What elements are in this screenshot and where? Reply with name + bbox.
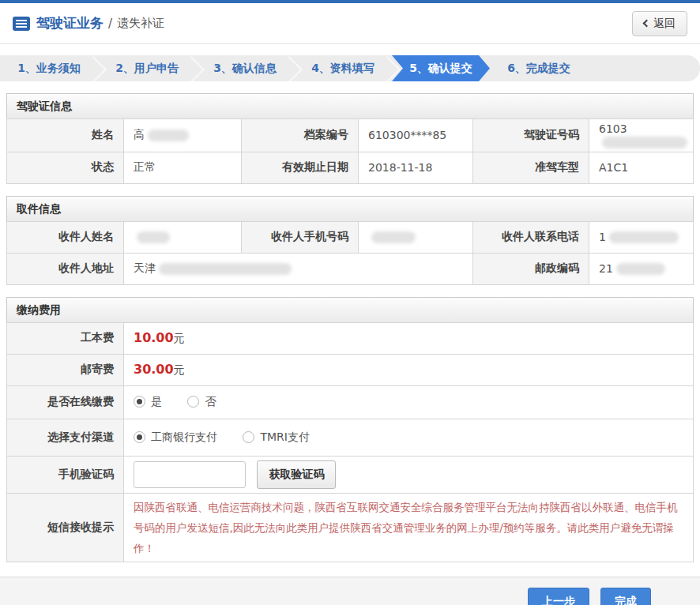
step-1[interactable]: 1、业务须知 <box>0 55 98 81</box>
sms-notice-text: 因陕西省联通、电信运营商技术问题，陕西省互联网交通安全综合服务管理平台无法向持陕… <box>124 493 694 562</box>
radio-channel-icbc[interactable] <box>134 431 145 443</box>
postage-fee-value: 30.00元 <box>124 354 694 385</box>
finish-button[interactable]: 完成 <box>600 588 651 605</box>
channel-options: 工商银行支付 TMRI支付 <box>124 419 694 456</box>
online-pay-label: 是否在线缴费 <box>7 385 124 419</box>
name-label: 姓名 <box>7 119 124 152</box>
recipient-phone-value: 1 <box>589 221 694 253</box>
table-row: 邮寄费 30.00元 <box>7 354 694 385</box>
redacted-blur <box>602 137 687 148</box>
name-value: 高 <box>124 119 242 152</box>
expiry-value: 2018-11-18 <box>359 152 473 183</box>
radio-channel-tmri[interactable] <box>243 431 254 443</box>
chevron-left-icon <box>643 19 651 27</box>
payment-section-title: 缴纳费用 <box>6 297 694 322</box>
postal-code-label: 邮政编码 <box>473 253 589 284</box>
recipient-address-value: 天津 <box>124 253 473 284</box>
breadcrumb-separator: / <box>108 17 112 31</box>
redacted-blur <box>159 263 292 275</box>
postal-code-value: 21 <box>589 253 694 284</box>
redacted-blur <box>616 263 665 275</box>
table-row: 手机验证码 获取验证码 <box>7 456 694 493</box>
recipient-mobile-value <box>359 221 473 253</box>
license-no-label: 驾驶证号码 <box>473 119 589 152</box>
expiry-label: 有效期止日期 <box>242 152 359 183</box>
production-fee-label: 工本费 <box>7 322 124 354</box>
radio-online-no[interactable] <box>187 396 199 408</box>
table-row: 状态 正常 有效期止日期 2018-11-18 准驾车型 A1C1 <box>7 152 694 183</box>
prev-step-button[interactable]: 上一步 <box>528 588 589 605</box>
list-icon <box>13 17 30 31</box>
radio-online-no-label[interactable]: 否 <box>205 395 216 408</box>
step-2[interactable]: 2、用户申告 <box>98 55 196 81</box>
recipient-phone-label: 收件人联系电话 <box>473 221 589 253</box>
sms-code-label: 手机验证码 <box>7 456 124 493</box>
status-label: 状态 <box>7 152 124 183</box>
payment-section: 缴纳费用 工本费 10.00元 邮寄费 30.00元 是否在线缴费 是 否 选择… <box>6 297 694 563</box>
channel-label: 选择支付渠道 <box>7 419 124 456</box>
redacted-blur <box>609 231 679 243</box>
recipient-name-value <box>124 221 242 253</box>
table-row: 收件人姓名 收件人手机号码 收件人联系电话 1 <box>7 221 694 253</box>
sms-code-row: 获取验证码 <box>124 456 694 493</box>
step-navigation: 1、业务须知 2、用户申告 3、确认信息 4、资料填写 5、确认提交 6、完成提… <box>0 55 700 81</box>
table-row: 姓名 高 档案编号 610300****85 驾驶证号码 6103 <box>7 119 694 152</box>
table-row: 收件人地址 天津 邮政编码 21 <box>7 253 694 284</box>
vehicle-type-value: A1C1 <box>589 152 694 183</box>
recipient-mobile-label: 收件人手机号码 <box>242 221 359 253</box>
file-no-label: 档案编号 <box>242 119 359 152</box>
step-4[interactable]: 4、资料填写 <box>294 55 392 81</box>
back-button[interactable]: 返回 <box>632 11 687 36</box>
table-row: 短信接收提示 因陕西省联通、电信运营商技术问题，陕西省互联网交通安全综合服务管理… <box>7 493 694 562</box>
status-value: 正常 <box>124 152 242 183</box>
sms-code-input[interactable] <box>134 461 246 488</box>
radio-online-yes[interactable] <box>134 396 145 408</box>
license-section-title: 驾驶证信息 <box>6 93 694 118</box>
table-row: 是否在线缴费 是 否 <box>7 385 694 419</box>
step-3[interactable]: 3、确认信息 <box>196 55 294 81</box>
pickup-section-title: 取件信息 <box>6 196 694 221</box>
radio-channel-icbc-label[interactable]: 工商银行支付 <box>151 430 217 443</box>
online-pay-options: 是 否 <box>124 385 694 419</box>
redacted-blur <box>371 231 416 243</box>
license-info-section: 驾驶证信息 姓名 高 档案编号 610300****85 驾驶证号码 6103 … <box>6 93 694 184</box>
radio-online-yes-label[interactable]: 是 <box>151 395 162 408</box>
step-6[interactable]: 6、完成提交 <box>490 55 588 81</box>
step-5-active[interactable]: 5、确认提交 <box>392 55 490 81</box>
get-code-button[interactable]: 获取验证码 <box>257 460 336 489</box>
redacted-blur <box>137 231 170 243</box>
production-fee-value: 10.00元 <box>124 322 694 354</box>
postage-fee-label: 邮寄费 <box>7 354 124 385</box>
table-row: 选择支付渠道 工商银行支付 TMRI支付 <box>7 419 694 456</box>
footer-actions: 上一步 完成 <box>0 577 700 605</box>
pickup-info-section: 取件信息 收件人姓名 收件人手机号码 收件人联系电话 1 收件人地址 天津 邮政… <box>6 196 694 285</box>
redacted-blur <box>148 130 189 141</box>
sms-notice-label: 短信接收提示 <box>7 493 124 562</box>
page-title: 驾驶证业务 <box>36 14 103 32</box>
table-row: 工本费 10.00元 <box>7 322 694 354</box>
page-header: 驾驶证业务 / 遗失补证 返回 <box>0 3 700 44</box>
recipient-name-label: 收件人姓名 <box>7 221 124 253</box>
radio-channel-tmri-label[interactable]: TMRI支付 <box>260 430 310 443</box>
license-no-value: 6103 <box>589 119 694 152</box>
page-subtitle: 遗失补证 <box>117 16 164 31</box>
recipient-address-label: 收件人地址 <box>7 253 124 284</box>
vehicle-type-label: 准驾车型 <box>473 152 589 183</box>
file-no-value: 610300****85 <box>359 119 473 152</box>
